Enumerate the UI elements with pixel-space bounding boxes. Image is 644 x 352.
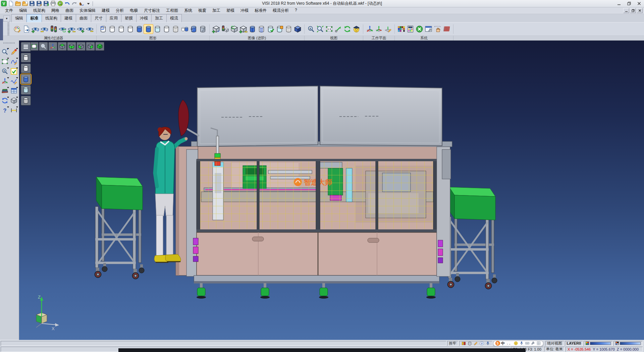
cube-add-icon[interactable] (212, 25, 221, 34)
color-palette-icon[interactable] (397, 25, 406, 34)
ime-mode-toggle[interactable]: 中 (501, 341, 505, 346)
cube-top-icon[interactable] (58, 42, 67, 51)
window-tools-icon[interactable] (424, 25, 433, 34)
cube-right-icon[interactable] (86, 42, 95, 51)
ime-punctuation-toggle[interactable]: ，。 (506, 341, 513, 346)
zoom-plusminus-2-icon[interactable]: ± (1, 67, 9, 76)
restore-button[interactable] (624, 0, 634, 7)
cube-grey-icon[interactable] (10, 96, 18, 105)
strip-cylinder-1-icon[interactable] (21, 53, 31, 62)
view-refresh-icon[interactable] (343, 25, 352, 34)
redo-icon[interactable] (71, 0, 77, 7)
cylinder-blue-icon[interactable] (135, 25, 144, 34)
menu-item-12[interactable]: 系统 (181, 7, 195, 14)
qat-dropdown-icon[interactable] (85, 0, 92, 7)
select-hand-icon[interactable] (433, 25, 442, 34)
cube-iso-icon[interactable] (95, 42, 104, 51)
workflow-tab-9[interactable]: 冲模 (136, 14, 152, 22)
snap-count-icon[interactable]: 2 (479, 341, 484, 346)
workflow-tab-1[interactable]: 编辑 (11, 14, 27, 22)
view-cpl-icon[interactable] (48, 42, 57, 51)
cpl-axes-icon[interactable] (365, 25, 374, 34)
menu-item-18[interactable]: 模流分析 (270, 7, 292, 14)
view-observer-icon[interactable] (352, 25, 361, 34)
menu-item-3[interactable]: 线架构 (30, 7, 48, 14)
ime-board-icon[interactable] (536, 341, 541, 346)
erase-icon[interactable] (10, 48, 18, 56)
status-units[interactable]: 单位: 毫米 (544, 347, 565, 352)
cube-left-icon[interactable] (76, 42, 86, 51)
visibility-plusminus-icon[interactable] (67, 25, 76, 34)
save-icon[interactable] (29, 0, 35, 7)
cylinder-outline-1-icon[interactable] (108, 25, 117, 34)
workflow-tab-4[interactable]: 建模 (61, 14, 76, 22)
document-close-button[interactable] (637, 8, 643, 13)
zoom-actual-icon[interactable]: 1:1 (325, 25, 334, 34)
new-file-icon[interactable] (8, 0, 14, 7)
tab-dropdown-button[interactable]: ▼ (3, 15, 10, 22)
zoom-extents-icon[interactable] (316, 25, 325, 34)
toolbar-drag-handle[interactable] (7, 23, 9, 36)
refresh-blue-icon[interactable] (1, 96, 9, 105)
cube-bottom-icon[interactable] (67, 42, 76, 51)
menu-item-5[interactable]: 曲面 (62, 7, 76, 14)
wave-edit-icon[interactable] (10, 77, 18, 85)
status-active-layer[interactable]: LAYER0 (565, 341, 583, 346)
menu-item-2[interactable]: 编辑 (16, 7, 30, 14)
strip-cylinder-active-icon[interactable] (21, 74, 31, 84)
import-file-icon[interactable] (22, 0, 28, 7)
close-button[interactable] (634, 0, 644, 7)
zoom-plusminus-icon[interactable]: ± (307, 25, 316, 34)
status-color-bar-1[interactable] (584, 341, 613, 346)
workflow-tab-7[interactable]: 应用 (106, 14, 121, 22)
window-blue-icon[interactable] (10, 87, 18, 95)
print-preview-icon[interactable] (57, 0, 63, 7)
layer-menu-icon[interactable] (21, 42, 31, 52)
hide-remove-icon[interactable] (40, 25, 49, 34)
document-minimize-button[interactable] (623, 8, 629, 13)
save-all-icon[interactable] (43, 0, 49, 7)
zoom-window-icon[interactable] (1, 57, 9, 66)
cylinder-pair-icon[interactable] (180, 25, 189, 34)
menu-item-17[interactable]: 标准件 (252, 7, 270, 14)
pages-eye-icon[interactable] (22, 25, 31, 34)
visi-logo-icon[interactable]: V (1, 0, 7, 7)
cylinder-tag-icon[interactable] (275, 25, 284, 34)
cylinder-wire-icon[interactable] (171, 25, 180, 34)
ime-smiley-icon[interactable] (514, 341, 518, 346)
cylinder-refresh-icon[interactable] (99, 25, 108, 34)
cylinder-wire-2-icon[interactable] (284, 25, 293, 34)
cube-refresh-icon[interactable] (230, 25, 239, 34)
view-zoom-icon[interactable] (39, 42, 48, 51)
cylinder-outline-3-icon[interactable] (126, 25, 135, 34)
print-icon[interactable] (50, 0, 56, 7)
menu-item-9[interactable]: 电极 (127, 7, 141, 14)
workflow-tab-3[interactable]: 线架构 (42, 14, 61, 22)
snap-pen-icon[interactable] (473, 341, 478, 346)
menu-item-4[interactable]: 网格 (48, 7, 62, 14)
hide-all-icon[interactable] (85, 25, 94, 34)
status-lock-toggle[interactable]: 拴牢 (447, 341, 459, 346)
snap-mic-icon[interactable] (485, 341, 490, 346)
layers-icon[interactable] (1, 87, 9, 95)
view-zoom-window-icon[interactable] (30, 42, 39, 51)
cylinder-cyan-icon[interactable] (153, 25, 162, 34)
confirm-icon[interactable] (10, 67, 18, 76)
workflow-tab-2[interactable]: 标准 (26, 14, 42, 22)
snap-paint-icon[interactable] (461, 341, 466, 346)
cylinder-outline-2-icon[interactable] (117, 25, 126, 34)
cylinder-shaded-icon[interactable] (248, 25, 257, 34)
workflow-tab-11[interactable]: 模流 (166, 14, 182, 22)
macro-icon[interactable]: ♞ (78, 0, 85, 7)
workflow-tab-10[interactable]: 加工 (151, 14, 167, 22)
menu-item-10[interactable]: 尺寸标注 (141, 7, 163, 14)
save-as-icon[interactable] (36, 0, 42, 7)
cpl-edit-icon[interactable] (383, 25, 392, 34)
show-all-icon[interactable] (76, 25, 85, 34)
cylinder-arrow-icon[interactable] (189, 25, 198, 34)
cylinder-striped-icon[interactable] (257, 25, 266, 34)
ime-logo[interactable]: S (495, 341, 500, 346)
cylinder-active-icon[interactable] (144, 25, 153, 34)
menu-item-15[interactable]: 塑模 (223, 7, 237, 14)
ime-wrench-icon[interactable] (531, 341, 535, 346)
